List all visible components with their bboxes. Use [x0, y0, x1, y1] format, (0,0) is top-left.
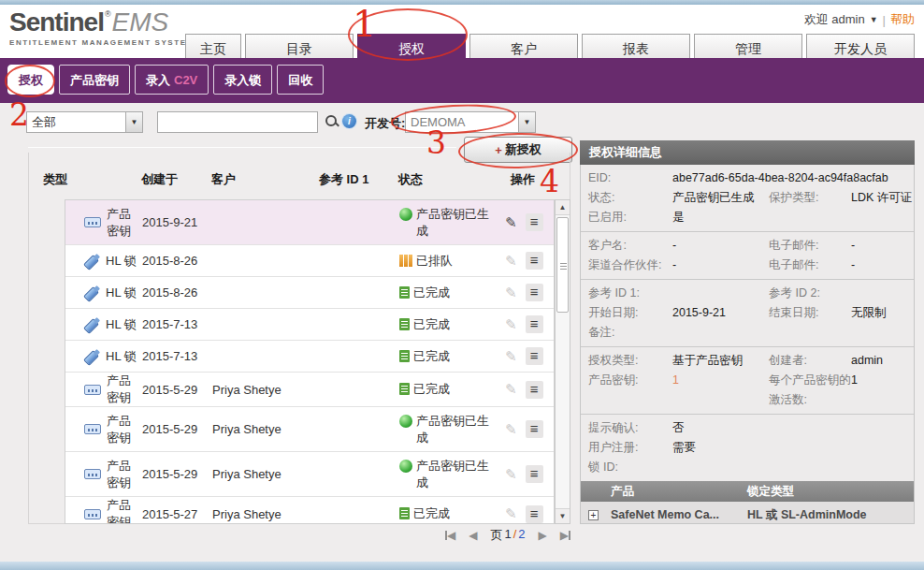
scrollbar-thumb[interactable]	[556, 217, 569, 313]
total-pages: 2	[518, 527, 525, 544]
edit-icon[interactable]: ✎	[505, 253, 517, 270]
detail-value	[851, 438, 906, 458]
table-row[interactable]: HL 锁 2015-8-26 已完成 ✎ ≡	[65, 277, 554, 309]
subtab-checkin-lock[interactable]: 录入锁	[213, 65, 272, 95]
scroll-up-icon[interactable]: ▲	[556, 200, 570, 215]
type-filter-dropdown[interactable]: 全部 ▼	[26, 111, 143, 133]
detail-label: 开始日期:	[588, 303, 672, 323]
edit-icon[interactable]: ✎	[505, 214, 517, 231]
detail-value	[672, 458, 769, 477]
detail-label: 创建者:	[769, 351, 851, 371]
next-page-button[interactable]: ▶	[539, 529, 547, 542]
expand-icon[interactable]: +	[588, 510, 599, 520]
actions-menu-icon[interactable]: ≡	[526, 465, 543, 483]
first-page-button[interactable]: ◀	[445, 529, 455, 542]
sub-nav: 授权 产品密钥 录入C2V 录入锁 回收	[7, 65, 324, 95]
actions-menu-icon[interactable]: ≡	[526, 505, 543, 523]
type-icon	[84, 424, 101, 434]
table-row[interactable]: HL 锁 2015-8-26 已排队 ✎ ≡	[65, 245, 554, 277]
subtab-revoke[interactable]: 回收	[277, 65, 324, 95]
detail-label: 状态:	[588, 188, 672, 208]
detail-value: -	[851, 256, 906, 275]
edit-icon[interactable]: ✎	[505, 421, 517, 438]
detail-value	[672, 284, 769, 303]
product-lock-type: HL 或 SL-AdminMode	[747, 507, 906, 523]
vertical-scrollbar[interactable]: ▲ ▼	[555, 199, 570, 524]
actions-menu-icon[interactable]: ≡	[526, 252, 543, 270]
status-label: 产品密钥已生成	[416, 413, 497, 446]
type-icon	[84, 285, 100, 300]
detail-label: 提示确认:	[588, 418, 672, 438]
edit-icon[interactable]: ✎	[505, 316, 517, 333]
detail-label: 结束日期:	[769, 303, 851, 323]
welcome-user-label[interactable]: 欢迎 admin	[804, 11, 865, 28]
created-date: 2015-5-29	[142, 467, 212, 481]
info-icon[interactable]: i	[342, 114, 356, 128]
search-icon[interactable]	[325, 114, 339, 129]
developer-dropdown[interactable]: DEMOMA ▼	[405, 111, 536, 133]
product-row[interactable]: + SafeNet Memo Ca... HL 或 SL-AdminMode	[581, 502, 914, 524]
detail-label: EID:	[588, 168, 672, 188]
search-input[interactable]	[157, 111, 318, 133]
type-filter-value: 全部	[27, 112, 125, 132]
created-date: 2015-7-13	[142, 349, 212, 363]
detail-value	[672, 323, 769, 343]
edit-icon[interactable]: ✎	[505, 348, 517, 365]
detail-sections: EID:abe77ad6-65da-4bea-8204-ac94fa8acfab…	[581, 165, 914, 481]
status-label: 产品密钥已生成	[416, 458, 497, 491]
status-icon	[399, 383, 410, 395]
details-title: 授权详细信息	[580, 140, 915, 165]
edit-icon[interactable]: ✎	[505, 285, 517, 301]
type-label: 产品密钥	[107, 206, 142, 240]
help-link[interactable]: 帮助	[890, 11, 915, 28]
page-indicator: 页 1 / 2	[490, 527, 525, 544]
table-row[interactable]: 产品密钥 2015-5-27 Priya Shetye 已完成 ✎ ≡	[65, 497, 554, 524]
chevron-down-icon[interactable]: ▼	[125, 112, 142, 132]
customer-name: Priya Shetye	[212, 507, 320, 521]
detail-label: 每个产品密钥的激活数:	[769, 371, 851, 410]
prev-page-button[interactable]: ◀	[469, 529, 477, 542]
table-row[interactable]: HL 锁 2015-7-13 已完成 ✎ ≡	[65, 341, 554, 373]
col-status: 状态	[398, 171, 423, 188]
actions-menu-icon[interactable]: ≡	[526, 213, 543, 231]
chevron-down-icon[interactable]: ▼	[870, 15, 878, 24]
edit-icon[interactable]: ✎	[505, 381, 517, 398]
detail-label	[769, 418, 851, 438]
detail-label	[769, 323, 851, 343]
type-icon	[84, 385, 101, 395]
status-icon	[399, 255, 412, 267]
subtab-product-keys[interactable]: 产品密钥	[59, 65, 130, 95]
detail-value: LDK 许可证	[851, 188, 912, 208]
col-ref-id: 参考 ID 1	[319, 171, 368, 188]
subtab-checkin-c2v[interactable]: 录入C2V	[135, 65, 209, 95]
actions-menu-icon[interactable]: ≡	[526, 347, 543, 365]
separator: |	[883, 13, 886, 27]
edit-icon[interactable]: ✎	[505, 505, 517, 522]
table-row[interactable]: 产品密钥 2015-5-29 Priya Shetye 产品密钥已生成 ✎ ≡	[65, 407, 554, 452]
table-row[interactable]: 产品密钥 2015-5-29 Priya Shetye 已完成 ✎ ≡	[65, 373, 554, 407]
edit-icon[interactable]: ✎	[505, 466, 517, 483]
detail-value: admin	[851, 351, 906, 371]
col-lock-type: 锁定类型	[747, 481, 906, 502]
detail-value: 产品密钥已生成	[672, 188, 769, 208]
type-label: 产品密钥	[107, 497, 142, 524]
last-page-button[interactable]: ▶	[560, 529, 570, 542]
table-row[interactable]: HL 锁 2015-7-13 已完成 ✎ ≡	[65, 309, 554, 341]
col-created: 创建于	[141, 171, 178, 188]
actions-menu-icon[interactable]: ≡	[526, 315, 543, 333]
table-row[interactable]: 产品密钥 2015-5-29 Priya Shetye 产品密钥已生成 ✎ ≡	[65, 452, 554, 497]
status-icon	[399, 350, 410, 362]
table-body: 产品密钥 2015-9-21 产品密钥已生成 ✎ ≡ HL 锁 2015-8-2…	[65, 199, 555, 524]
actions-menu-icon[interactable]: ≡	[526, 284, 543, 301]
detail-value	[851, 208, 906, 227]
actions-menu-icon[interactable]: ≡	[526, 420, 543, 438]
created-date: 2015-5-29	[142, 422, 212, 436]
subtab-entitlements[interactable]: 授权	[7, 65, 54, 95]
table-row[interactable]: 产品密钥 2015-9-21 产品密钥已生成 ✎ ≡	[65, 200, 554, 245]
scroll-down-icon[interactable]: ▼	[556, 508, 570, 523]
detail-value: 基于产品密钥	[672, 351, 769, 371]
pagination: ◀ ◀ 页 1 / 2 ▶ ▶	[402, 527, 570, 544]
actions-menu-icon[interactable]: ≡	[526, 381, 543, 399]
chevron-down-icon[interactable]: ▼	[518, 112, 535, 132]
status-icon	[399, 415, 412, 428]
